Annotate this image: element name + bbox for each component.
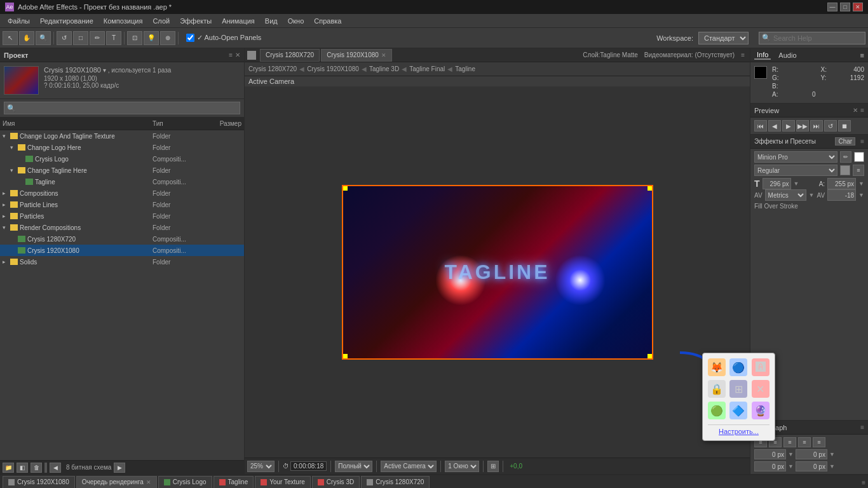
info-tab[interactable]: Info [754,51,771,60]
menu-layer[interactable]: Слой [147,16,175,26]
corner-handle-br[interactable] [648,354,653,359]
popup-icon-grid[interactable]: ⊞ [729,380,747,398]
file-item[interactable]: ▾Change Tagline HereFolder [0,165,244,176]
char-tab[interactable]: Char [835,137,855,146]
maximize-button[interactable]: □ [840,3,850,11]
menu-help[interactable]: Справка [309,16,346,26]
search-input[interactable] [773,34,862,42]
effects-menu-icon[interactable]: ≡ [860,138,864,145]
prev-item-button[interactable]: ◀ [50,463,61,473]
tool-text[interactable]: T [106,31,121,45]
menu-files[interactable]: Файлы [3,16,35,26]
spacing-before-input[interactable] [754,461,786,471]
preview-menu-icon[interactable]: ≡ [860,107,864,114]
render-tab-close[interactable]: ✕ [146,479,151,485]
file-item[interactable]: ▾Change Logo And Tagline TextureFolder [0,130,244,142]
bottom-tab-render-queue[interactable]: Очередь рендеринга ✕ [76,476,157,489]
file-item[interactable]: ▾Change Logo HereFolder [0,142,244,153]
file-item[interactable]: ▸Particle LinesFolder [0,199,244,210]
comp-tab-0[interactable]: Crysis 1280X720 [260,49,320,62]
bottom-tab-crysis-1280[interactable]: Crysis 1280X720 [361,476,430,489]
comp-panel-menu[interactable]: ≡ [741,51,745,58]
zoom-select[interactable]: 25% [247,461,275,472]
bottom-tab-crysis-3d[interactable]: Crysis 3D [312,476,360,489]
bottom-tab-crysis-logo[interactable]: Crysis Logo [158,476,212,489]
justify-button[interactable]: ≡ [798,437,811,447]
font-size-input[interactable] [763,178,791,189]
file-item[interactable]: ▾Render CompositionsFolder [0,222,244,233]
file-item[interactable]: Crysis 1280X720Compositi... [0,233,244,245]
tool-light[interactable]: 💡 [144,31,159,45]
new-comp-button[interactable]: ◧ [17,463,28,473]
new-folder-button[interactable]: 📁 [3,463,14,473]
file-item[interactable]: Crysis 1920X1080Compositi... [0,245,244,256]
quality-control[interactable]: Полный [335,461,372,472]
popup-icon-adobe[interactable]: 🅰 [752,358,770,376]
bread-tagline[interactable]: Tagline [455,65,475,72]
bottom-tab-menu[interactable]: ≡ [862,479,865,486]
tool-select[interactable]: ↖ [3,31,18,45]
menu-window[interactable]: Окно [283,16,309,26]
view-select[interactable]: 1 Окно [445,461,479,472]
menu-composition[interactable]: Композиция [98,16,148,26]
font-select[interactable]: Minion Pro [754,151,837,163]
tool-rotate[interactable]: ↺ [57,31,72,45]
menu-view[interactable]: Вид [260,16,283,26]
popup-icon-blue2[interactable]: 🔷 [729,402,747,419]
file-item[interactable]: Crysis LogoCompositi... [0,153,244,165]
bread-tagline-final[interactable]: Tagline Final [409,65,445,72]
preview-play-button[interactable]: ▶ [782,120,795,132]
preview-ff-button[interactable]: ▶▶ [796,120,809,132]
tool-zoom[interactable]: 🔍 [36,31,51,45]
preview-back-button[interactable]: ◀ [768,120,781,132]
stroke-color-box[interactable] [840,165,850,175]
stroke-type-button[interactable]: ≡ [853,165,864,176]
margin-right-input[interactable] [796,449,827,459]
zoom-control[interactable]: 25% [247,461,275,472]
menu-edit[interactable]: Редактирование [35,16,98,26]
preview-rewind-button[interactable]: ⏮ [754,120,767,132]
workspace-select[interactable]: Стандарт [698,32,749,44]
popup-icon-ie[interactable]: 🔵 [729,358,747,376]
panel-close-icon[interactable]: ✕ [235,51,240,58]
popup-icon-close[interactable]: ✕ [752,380,770,398]
bottom-tab-tagline[interactable]: Tagline [214,476,254,489]
minimize-button[interactable]: — [827,3,837,11]
grid-button[interactable]: ⊞ [487,461,499,472]
tool-hand[interactable]: ✋ [19,31,34,45]
tracking-select[interactable]: Metrics [765,189,806,201]
timecode-value[interactable]: 0:00:08:18 [290,461,327,471]
menu-animation[interactable]: Анимация [217,16,260,26]
opacity-input[interactable] [827,178,856,189]
view-control[interactable]: 1 Окно [445,461,479,472]
corner-handle-bl[interactable] [342,354,348,359]
file-item[interactable]: ▸CompositionsFolder [0,187,244,199]
tool-camera[interactable]: ⊡ [127,31,142,45]
preview-stop-button[interactable]: ⏹ [838,120,851,132]
auto-open-checkbox[interactable] [186,34,194,42]
tool-pen[interactable]: ✏ [90,31,105,45]
preview-close-icon[interactable]: ✕ [853,107,858,114]
margin-left-input[interactable] [754,449,786,459]
comp-tab-close[interactable]: ✕ [381,52,386,58]
justify-all-button[interactable]: ≡ [813,437,825,447]
project-search-input[interactable] [4,102,240,114]
spacing-after-input[interactable] [796,461,827,471]
file-item[interactable]: ▸ParticlesFolder [0,210,244,222]
kerning-input[interactable] [827,189,856,201]
comp-tab-1[interactable]: Crysis 1920X1080 ✕ [321,49,392,62]
corner-handle-tl[interactable] [342,186,348,191]
font-style-select[interactable]: Regular [754,165,837,176]
close-button[interactable]: ✕ [853,3,863,11]
info-panel-menu[interactable]: ≡ [860,51,864,59]
bottom-tab-crysis-1920[interactable]: Crysis 1920X1080 [3,476,75,489]
tool-rect[interactable]: □ [73,31,88,45]
bottom-tab-your-texture[interactable]: Your Texture [255,476,311,489]
menu-effects[interactable]: Эффекты [175,16,217,26]
paragraph-menu[interactable]: ≡ [860,424,864,431]
camera-select[interactable]: Active Camera [381,461,437,472]
bread-crysis-1920[interactable]: Crysis 1920X1080 [307,65,359,72]
quality-select[interactable]: Полный [335,461,372,472]
file-item[interactable]: ▸SolidsFolder [0,256,244,268]
tool-anchor[interactable]: ⊕ [160,31,175,45]
